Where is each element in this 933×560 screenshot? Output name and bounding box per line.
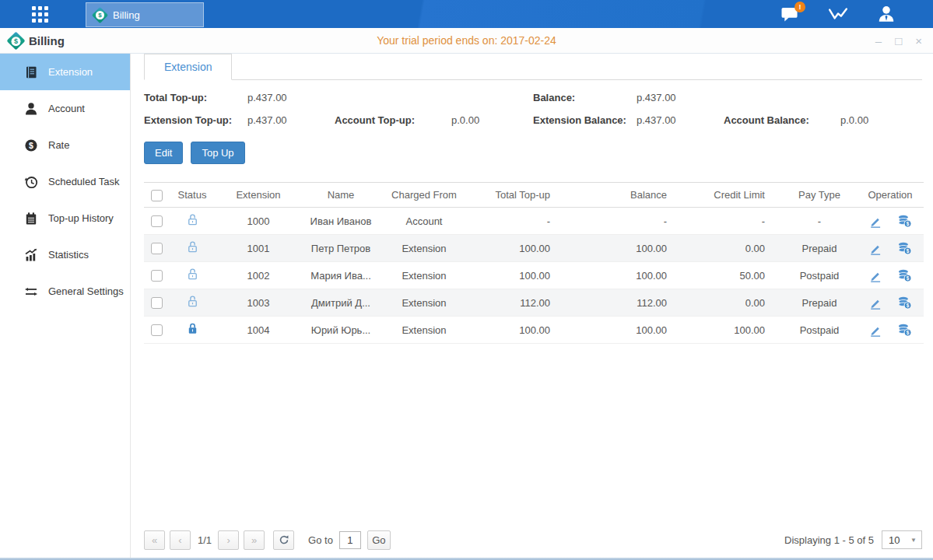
dollar-circle-icon: $ [24,138,38,152]
col-credit-limit: Credit Limit [684,183,782,208]
displaying-text: Displaying 1 - 5 of 5 [784,534,874,546]
svg-text:$: $ [907,275,910,281]
cell-pay-type: - [782,208,857,235]
sidebar-item-label: Scheduled Task [48,176,120,187]
maximize-icon[interactable]: □ [895,35,902,47]
edit-row-icon[interactable] [868,269,882,282]
account-topup-label: Account Top-up: [335,114,451,126]
minimize-icon[interactable]: – [875,35,882,47]
cell-credit-limit: - [684,208,782,235]
cell-pay-type: Prepaid [782,289,857,317]
cell-extension: 1001 [216,235,301,262]
cell-total-topup: 100.00 [468,317,567,344]
row-checkbox[interactable] [151,215,163,227]
first-page-button[interactable]: « [144,530,165,550]
notebook-icon [24,212,38,226]
sidebar: Extension Account $ Rate [0,54,131,558]
page-indicator: 1/1 [198,534,212,546]
extension-topup-label: Extension Top-up: [144,114,247,126]
table-body: 1000 Иван Иванов Account - - - - [144,208,924,344]
top-up-row-icon[interactable]: $ [897,242,912,255]
edit-button[interactable]: Edit [144,142,183,164]
refresh-icon[interactable] [273,530,294,550]
row-checkbox[interactable] [151,324,163,336]
tab-bar: Extension [144,54,922,80]
sidebar-item-statistics[interactable]: Statistics [0,236,130,273]
cell-total-topup: 100.00 [468,262,567,289]
total-topup-value: p.437.00 [247,92,335,103]
window-title: Billing [29,34,65,47]
page-size-select[interactable]: 10 ▼ [882,530,922,549]
table-row: 1001 Петр Петров Extension 100.00 100.00… [144,235,924,262]
cell-name: Мария Ива... [301,262,381,289]
top-up-button[interactable]: Top Up [191,142,244,164]
cell-pay-type: Prepaid [782,235,857,262]
table-row: 1004 Юрий Юрь... Extension 100.00 100.00… [144,317,924,344]
go-button[interactable]: Go [367,530,391,550]
trial-notice: Your trial period ends on: 2017-02-24 [377,34,556,47]
lock-open-icon[interactable] [186,240,199,254]
account-balance-value: p.0.00 [840,114,922,126]
edit-row-icon[interactable] [868,324,882,337]
taskbar-tab-billing[interactable]: $ Billing [86,2,204,27]
cell-balance: - [567,208,684,235]
lock-closed-icon[interactable] [186,322,199,335]
notification-badge: ! [794,2,805,12]
total-topup-label: Total Top-up: [144,92,247,103]
top-up-row-icon[interactable]: $ [897,269,912,282]
top-up-row-icon[interactable]: $ [897,324,912,337]
row-checkbox[interactable] [151,297,163,309]
cell-total-topup: 112.00 [468,289,567,317]
table-row: 1003 Дмитрий Д... Extension 112.00 112.0… [144,289,924,317]
top-up-row-icon[interactable]: $ [897,215,912,228]
top-up-row-icon[interactable]: $ [897,296,912,310]
extensions-table: Status Extension Name Charged From Total… [144,182,924,344]
svg-text:$: $ [29,140,33,149]
svg-text:$: $ [907,247,910,254]
sidebar-item-label: Top-up History [48,212,114,224]
user-account-icon[interactable] [877,5,896,23]
bar-chart-icon [24,248,38,262]
apps-grid-icon[interactable] [26,4,53,24]
sidebar-item-general-settings[interactable]: General Settings [0,273,130,310]
lock-open-icon[interactable] [186,295,199,308]
col-name: Name [301,183,381,208]
messages-icon[interactable]: ! [780,6,799,23]
sidebar-item-scheduled-task[interactable]: Scheduled Task [0,163,130,200]
sidebar-item-label: Account [48,103,85,114]
lock-open-icon[interactable] [186,213,199,226]
sidebar-item-topup-history[interactable]: Top-up History [0,200,130,236]
row-checkbox[interactable] [151,243,163,254]
cell-extension: 1000 [216,208,301,235]
row-checkbox[interactable] [151,270,163,282]
table-row: 1000 Иван Иванов Account - - - - [144,208,924,235]
cell-charged-from: Extension [381,235,468,262]
sidebar-item-extension[interactable]: Extension [0,54,130,90]
close-icon[interactable]: × [915,35,922,47]
cell-charged-from: Extension [381,262,468,289]
edit-row-icon[interactable] [868,242,882,255]
lock-open-icon[interactable] [186,268,199,281]
sidebar-item-rate[interactable]: $ Rate [0,127,130,163]
last-page-button[interactable]: » [244,530,265,550]
main-panel: Extension Total Top-up: p.437.00 Extensi… [131,54,933,558]
summary-stats: Total Top-up: p.437.00 Extension Top-up:… [144,92,922,126]
account-topup-value: p.0.00 [451,114,533,126]
edit-row-icon[interactable] [868,296,882,310]
prev-page-button[interactable]: ‹ [170,530,191,550]
tab-extension[interactable]: Extension [144,54,232,80]
journal-icon [24,65,38,79]
cell-balance: 112.00 [567,289,684,317]
col-pay-type: Pay Type [782,183,857,208]
cell-name: Петр Петров [301,235,381,262]
col-operation: Operation [857,183,924,208]
goto-label: Go to [308,534,333,546]
edit-row-icon[interactable] [868,215,882,228]
select-all-checkbox[interactable] [151,190,163,201]
next-page-button[interactable]: › [218,530,239,550]
sidebar-item-account[interactable]: Account [0,90,130,127]
sidebar-item-label: Statistics [48,249,89,261]
reports-chart-icon[interactable] [828,5,848,23]
svg-text:$: $ [907,302,910,308]
goto-page-input[interactable] [339,531,361,549]
